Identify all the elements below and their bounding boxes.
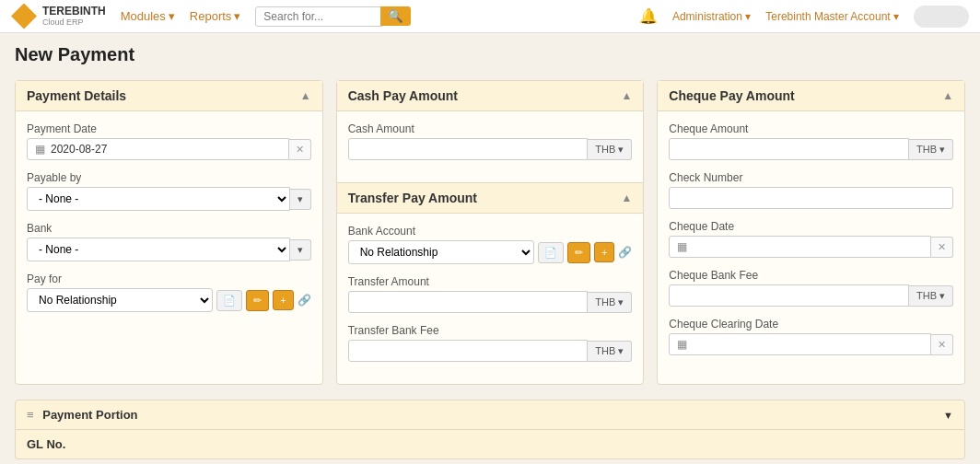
navbar: TEREBINTH Cloud ERP Modules ▾ Reports ▾ … [0, 0, 980, 33]
payment-portion-title: ≡ Payment Portion [27, 408, 138, 422]
payment-portion-bar: ≡ Payment Portion ▼ [15, 400, 965, 430]
check-number-input[interactable] [669, 187, 953, 209]
cheque-fee-currency-btn[interactable]: THB ▾ [909, 285, 953, 307]
transfer-bank-fee-input[interactable] [348, 340, 589, 362]
cash-currency-caret-icon: ▾ [618, 144, 624, 156]
notification-icon[interactable]: 🔔 [639, 7, 658, 25]
cheque-clearing-group: Cheque Clearing Date ▦ ✕ [669, 318, 953, 355]
cash-amount-row: THB ▾ [348, 138, 633, 160]
cash-currency-btn[interactable]: THB ▾ [588, 139, 632, 160]
bank-caret[interactable]: ▾ [290, 239, 311, 261]
cheque-clearing-clear-button[interactable]: ✕ [931, 334, 953, 355]
pay-for-group: Pay for No Relationship 📄 ✏ + 🔗 [27, 273, 311, 312]
payment-date-group: Payment Date ▦ 2020-08-27 ✕ [27, 122, 311, 160]
transfer-amount-row: THB ▾ [348, 291, 633, 313]
transfer-currency-caret-icon: ▾ [618, 296, 624, 308]
cheque-amount-input[interactable] [669, 138, 909, 160]
cheque-amount-row: THB ▾ [669, 138, 953, 160]
cheque-header: Cheque Pay Amount ▲ [658, 81, 964, 111]
pay-for-edit-button[interactable]: ✏ [246, 290, 269, 311]
search-input[interactable] [255, 6, 384, 27]
bank-account-add-button[interactable]: + [594, 242, 614, 262]
bank-account-edit-button[interactable]: ✏ [567, 242, 590, 263]
transfer-body: Bank Account No Relationship 📄 ✏ + 🔗 Tra… [337, 214, 644, 384]
check-number-group: Check Number [669, 171, 953, 209]
transfer-fee-caret-icon: ▾ [618, 345, 624, 357]
cheque-fee-caret-icon: ▾ [939, 290, 945, 302]
pay-for-row: No Relationship 📄 ✏ + 🔗 [27, 288, 311, 312]
calendar-icon: ▦ [35, 143, 45, 156]
modules-caret-icon: ▾ [169, 9, 175, 23]
payment-portion-collapse-icon[interactable]: ▼ [943, 410, 953, 421]
transfer-bank-fee-group: Transfer Bank Fee THB ▾ [348, 324, 633, 362]
cash-amount-group: Cash Amount THB ▾ [348, 122, 633, 160]
cash-transfer-panel: Cash Pay Amount ▲ Cash Amount THB ▾ Tran… [336, 80, 645, 385]
modules-menu[interactable]: Modules ▾ [121, 9, 175, 23]
nav-right: 🔔 Administration ▾ Terebinth Master Acco… [639, 6, 969, 28]
page-title: New Payment [0, 33, 980, 73]
transfer-currency-btn[interactable]: THB ▾ [588, 292, 632, 313]
cash-collapse-icon[interactable]: ▲ [621, 89, 632, 102]
cheque-bank-fee-row: THB ▾ [669, 284, 953, 307]
cheque-body: Cheque Amount THB ▾ Check Number Cheque … [658, 111, 964, 377]
cheque-bank-fee-input[interactable] [669, 284, 909, 307]
payable-by-group: Payable by - None - ▾ [27, 171, 311, 211]
pay-for-new-doc-button[interactable]: 📄 [216, 290, 242, 311]
payment-details-header: Payment Details ▲ [16, 81, 322, 111]
payable-select[interactable]: - None - [27, 187, 290, 211]
cheque-panel: Cheque Pay Amount ▲ Cheque Amount THB ▾ … [657, 80, 965, 385]
user-avatar [914, 6, 969, 28]
reports-caret-icon: ▾ [234, 9, 240, 23]
pay-for-link-button[interactable]: 🔗 [298, 294, 311, 307]
payment-details-panel: Payment Details ▲ Payment Date ▦ 2020-08… [15, 80, 323, 385]
transfer-amount-group: Transfer Amount THB ▾ [348, 275, 633, 313]
cheque-currency-btn[interactable]: THB ▾ [909, 139, 953, 160]
cheque-collapse-icon[interactable]: ▲ [942, 89, 953, 102]
cash-amount-input[interactable] [348, 138, 589, 160]
bank-account-row: No Relationship 📄 ✏ + 🔗 [348, 240, 633, 264]
transfer-fee-currency-btn[interactable]: THB ▾ [588, 341, 632, 362]
payment-date-clear-button[interactable]: ✕ [289, 139, 311, 160]
payment-collapse-icon[interactable]: ▲ [300, 89, 311, 102]
cheque-currency-caret-icon: ▾ [939, 144, 945, 156]
payable-caret-icon: ▾ [298, 193, 303, 205]
bank-account-group: Bank Account No Relationship 📄 ✏ + 🔗 [348, 225, 633, 264]
main-content: Payment Details ▲ Payment Date ▦ 2020-08… [0, 73, 980, 392]
brand: TEREBINTH Cloud ERP [11, 4, 106, 29]
cash-header: Cash Pay Amount ▲ [337, 81, 644, 111]
payable-caret[interactable]: ▾ [290, 189, 311, 210]
brand-text: TEREBINTH Cloud ERP [42, 6, 106, 27]
bank-account-select[interactable]: No Relationship [348, 240, 534, 264]
clearing-calendar-icon: ▦ [677, 338, 687, 351]
bottom-section: ≡ Payment Portion ▼ GL No. [15, 400, 965, 459]
payment-date-input[interactable]: ▦ 2020-08-27 [27, 138, 289, 160]
transfer-header: Transfer Pay Amount ▲ [337, 183, 644, 214]
pay-for-select[interactable]: No Relationship [27, 288, 213, 312]
bank-select[interactable]: - None - [27, 238, 290, 261]
gl-bar: GL No. [15, 430, 965, 459]
bank-group: Bank - None - ▾ [27, 222, 311, 261]
master-caret-icon: ▾ [893, 10, 899, 23]
cheque-date-clear-button[interactable]: ✕ [931, 237, 953, 258]
admin-menu[interactable]: Administration ▾ [672, 10, 751, 23]
pay-for-add-button[interactable]: + [273, 290, 293, 310]
cheque-date-input[interactable]: ▦ [669, 236, 931, 258]
cheque-clearing-input[interactable]: ▦ [669, 333, 931, 355]
hash-icon: ≡ [27, 408, 34, 422]
bank-account-link-button[interactable]: 🔗 [618, 246, 632, 259]
cheque-clearing-field: ▦ ✕ [669, 333, 953, 355]
cash-body: Cash Amount THB ▾ [337, 111, 644, 182]
transfer-collapse-icon[interactable]: ▲ [621, 191, 632, 204]
bank-account-new-doc-button[interactable]: 📄 [538, 242, 564, 263]
cheque-date-field: ▦ ✕ [669, 236, 953, 258]
reports-menu[interactable]: Reports ▾ [190, 9, 241, 23]
cheque-amount-group: Cheque Amount THB ▾ [669, 122, 953, 160]
cheque-calendar-icon: ▦ [677, 240, 687, 253]
bank-caret-icon: ▾ [298, 244, 303, 256]
payment-date-field: ▦ 2020-08-27 ✕ [27, 138, 311, 160]
search-bar: 🔍 [255, 6, 411, 27]
cheque-date-group: Cheque Date ▦ ✕ [669, 220, 953, 258]
transfer-amount-input[interactable] [348, 291, 589, 313]
master-account-menu[interactable]: Terebinth Master Account ▾ [765, 10, 899, 23]
search-button[interactable]: 🔍 [380, 6, 411, 26]
